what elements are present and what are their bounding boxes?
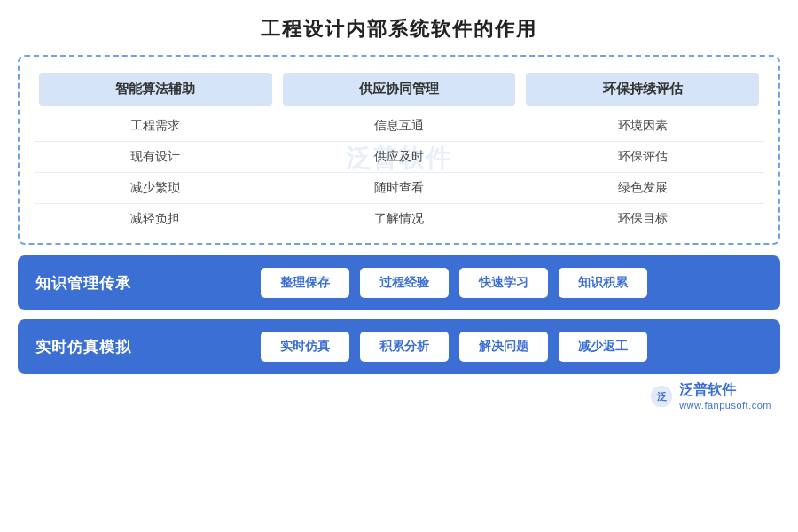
blue-section-title-0: 知识管理传承: [35, 273, 131, 293]
blue-section-title-1: 实时仿真模拟: [35, 337, 131, 357]
blue-section-0: 知识管理传承 整理保存过程经验快速学习知识积累: [18, 255, 780, 310]
cell-3-1: 了解情况: [278, 204, 521, 235]
chip-1-3: 减少返工: [559, 332, 647, 362]
cell-2-0: 减少繁琐: [34, 173, 278, 204]
chip-1-0: 实时仿真: [261, 332, 349, 362]
header-label-2: 环保持续评估: [526, 73, 759, 106]
footer-brand-name: 泛普软件: [679, 381, 736, 400]
blue-chips-0: 整理保存过程经验快速学习知识积累: [145, 268, 763, 298]
header-cell-1: 供应协同管理: [278, 66, 521, 111]
svg-text:泛: 泛: [657, 391, 668, 402]
cell-3-0: 减轻负担: [34, 204, 278, 235]
cell-1-2: 环保评估: [520, 142, 764, 173]
header-label-0: 智能算法辅助: [39, 73, 272, 106]
table-row: 工程需求信息互通环境因素: [34, 111, 764, 142]
cell-0-1: 信息互通: [278, 111, 521, 142]
main-table: 智能算法辅助 供应协同管理 环保持续评估 工程需求信息互通环境因素现有设计供应及…: [34, 66, 764, 234]
header-cell-0: 智能算法辅助: [34, 66, 278, 111]
logo-icon: 泛: [649, 384, 674, 409]
chip-1-2: 解决问题: [459, 332, 548, 362]
page-title: 工程设计内部系统软件的作用: [18, 16, 780, 43]
blue-sections-container: 知识管理传承 整理保存过程经验快速学习知识积累 实时仿真模拟 实时仿真积累分析解…: [18, 255, 780, 374]
cell-1-0: 现有设计: [34, 142, 278, 173]
cell-0-0: 工程需求: [34, 111, 278, 142]
table-header-row: 智能算法辅助 供应协同管理 环保持续评估: [34, 66, 764, 111]
chip-0-3: 知识积累: [559, 268, 647, 298]
cell-2-2: 绿色发展: [520, 173, 764, 204]
table-row: 减轻负担了解情况环保目标: [34, 204, 764, 235]
page-container: 泛普软件 工程设计内部系统软件的作用 智能算法辅助 供应协同管理 环保持续评估: [0, 0, 798, 532]
header-cell-2: 环保持续评估: [520, 66, 764, 111]
chip-0-2: 快速学习: [459, 268, 548, 298]
table-body: 工程需求信息互通环境因素现有设计供应及时环保评估减少繁琐随时查看绿色发展减轻负担…: [34, 111, 764, 234]
header-label-1: 供应协同管理: [283, 73, 516, 106]
footer-logo: 泛 泛普软件 www.fanpusoft.com: [18, 381, 780, 411]
cell-2-1: 随时查看: [278, 173, 521, 204]
table-row: 减少繁琐随时查看绿色发展: [34, 173, 764, 204]
chip-0-0: 整理保存: [261, 268, 349, 298]
cell-1-1: 供应及时: [278, 142, 521, 173]
chip-1-1: 积累分析: [360, 332, 449, 362]
chip-0-1: 过程经验: [360, 268, 449, 298]
cell-0-2: 环境因素: [520, 111, 764, 142]
blue-chips-1: 实时仿真积累分析解决问题减少返工: [145, 332, 763, 362]
upper-section: 智能算法辅助 供应协同管理 环保持续评估 工程需求信息互通环境因素现有设计供应及…: [18, 55, 780, 245]
footer-website: www.fanpusoft.com: [679, 400, 771, 411]
table-row: 现有设计供应及时环保评估: [34, 142, 764, 173]
footer-logo-text: 泛普软件 www.fanpusoft.com: [679, 381, 771, 411]
blue-section-1: 实时仿真模拟 实时仿真积累分析解决问题减少返工: [18, 319, 780, 374]
cell-3-2: 环保目标: [520, 204, 764, 235]
